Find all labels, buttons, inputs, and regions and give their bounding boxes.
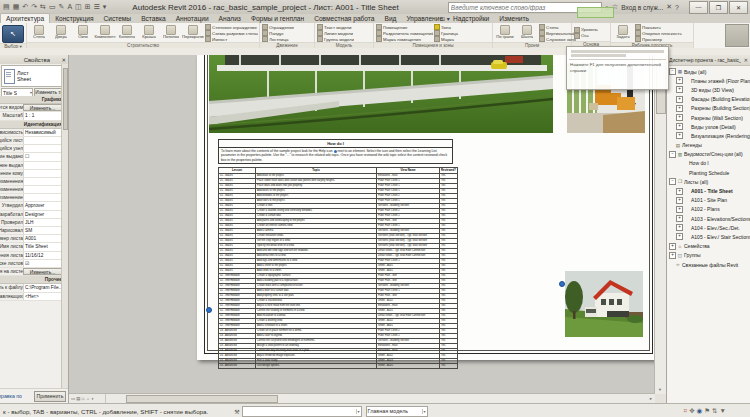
tree-expand-icon[interactable]: +: [676, 105, 683, 112]
ribbon-tab[interactable]: Анализ: [214, 14, 246, 23]
exterior-rendering-viewport[interactable]: [209, 55, 553, 133]
ribbon-tab[interactable]: Конструкция: [50, 14, 98, 23]
tree-expand-icon[interactable]: +: [676, 96, 683, 103]
tree-expand-icon[interactable]: +: [676, 123, 683, 130]
property-row[interactable]: Текущее изменение: [0, 194, 62, 202]
tree-expand-icon[interactable]: +: [669, 243, 676, 250]
help-icon[interactable]: ?: [675, 4, 679, 11]
ribbon-button[interactable]: Окно: [72, 24, 94, 42]
tree-expand-icon[interactable]: +: [676, 206, 683, 213]
tree-expand-icon[interactable]: +: [676, 215, 683, 222]
design-options-dropdown[interactable]: Главная модель ▾: [366, 406, 428, 417]
ribbon-tab[interactable]: Надстройки: [448, 14, 494, 23]
qat-icon[interactable]: ☰: [94, 2, 100, 12]
house-rendering-viewport[interactable]: [565, 271, 643, 337]
tree-item[interactable]: + Разрезы (Building Section): [667, 104, 750, 113]
property-row[interactable]: Номер листа A001: [0, 235, 62, 243]
sign-in-label[interactable]: Вход в служ...: [621, 4, 663, 11]
worksets-dropdown[interactable]: ▾: [242, 406, 362, 417]
property-row[interactable]: Текущее изменение выдано ☐: [0, 153, 62, 161]
view-control-icon[interactable]: ▭: [71, 396, 75, 401]
ribbon-tab[interactable]: Вид: [379, 14, 401, 23]
qat-icon[interactable]: ⊞: [85, 2, 91, 12]
property-row[interactable]: Разработал Designer: [0, 211, 62, 219]
ribbon-tab[interactable]: Вставка: [136, 14, 171, 23]
modify-button[interactable]: ↖: [2, 25, 24, 43]
qat-icon[interactable]: ✎: [59, 2, 65, 12]
view-control-icon[interactable]: ▤: [76, 396, 80, 401]
tree-item[interactable]: + Планы этажей (Floor Plan): [667, 76, 750, 85]
property-row[interactable]: Появление в списке листов ☑: [0, 260, 62, 268]
ribbon-button[interactable]: Дверь: [50, 24, 72, 42]
tree-expand-icon[interactable]: [676, 170, 681, 175]
property-row[interactable]: Дата текущего изменения: [0, 178, 62, 186]
tree-item[interactable]: + 3D виды (3D View): [667, 85, 750, 94]
tree-item[interactable]: + Фасады (Building Elevation): [667, 95, 750, 104]
a360-icon[interactable]: ✕: [666, 3, 672, 11]
property-row[interactable]: Описание текущего изменения: [0, 186, 62, 194]
tree-item[interactable]: − Листы (all): [667, 177, 750, 186]
status-icon[interactable]: ⇅: [712, 407, 717, 415]
ribbon-tab[interactable]: Формы и генплан: [246, 14, 309, 23]
property-row[interactable]: Изменения на листе Изменить...: [0, 268, 62, 276]
palette-scrollbar[interactable]: [61, 64, 68, 389]
tree-item[interactable]: + A102 - Plans: [667, 205, 750, 214]
ribbon-button[interactable]: Задать: [612, 24, 634, 42]
qat-icon[interactable]: ⇆: [40, 2, 46, 12]
tree-expand-icon[interactable]: [669, 262, 674, 267]
property-row[interactable]: Путь к файлу C:\Program File...: [0, 284, 62, 292]
property-row[interactable]: Текущее изменение кому: [0, 170, 62, 178]
status-icon[interactable]: ✥: [689, 407, 694, 415]
tree-expand-icon[interactable]: +: [676, 233, 683, 240]
tree-item[interactable]: Легенды: [667, 141, 750, 150]
vertical-scrollbar[interactable]: ▲ ▼: [654, 55, 666, 394]
ribbon-button[interactable]: Компонент: [94, 24, 116, 42]
tree-item[interactable]: + Разрезы (Wall Section): [667, 113, 750, 122]
property-row[interactable]: Утвердил Approver: [0, 202, 62, 210]
tree-expand-icon[interactable]: +: [676, 77, 683, 84]
apply-button[interactable]: Применить: [34, 391, 66, 402]
status-icon[interactable]: ⌗: [683, 407, 687, 415]
tree-item[interactable]: + Визуализация (Rendering): [667, 131, 750, 140]
hscrollbar-thumb[interactable]: [126, 395, 278, 403]
collapsed-ribbon-panel[interactable]: [725, 24, 749, 47]
tree-expand-icon[interactable]: +: [676, 132, 683, 139]
close-icon[interactable]: ✕: [61, 57, 68, 63]
qat-icon[interactable]: ↶: [22, 2, 28, 12]
sheet-paper[interactable]: How do I To learn more about the content…: [197, 55, 657, 360]
tree-item[interactable]: Связанные файлы Revit: [667, 260, 750, 269]
ribbon-tab[interactable]: Архитектура: [0, 13, 50, 23]
properties-help-link[interactable]: Справка по: [0, 393, 22, 399]
qat-icon[interactable]: ◫: [75, 2, 82, 12]
tree-item[interactable]: + A101 - Site Plan: [667, 196, 750, 205]
view-control-icon[interactable]: ◑: [91, 396, 94, 401]
tree-expand-icon[interactable]: +: [669, 252, 676, 259]
close-icon[interactable]: ✕: [744, 57, 750, 63]
property-row[interactable]: Определяется видом Изменить...: [0, 104, 62, 112]
drawing-area[interactable]: How do I To learn more about the content…: [69, 55, 666, 403]
tree-expand-icon[interactable]: +: [676, 224, 683, 231]
view-control-icon[interactable]: ◇: [81, 396, 84, 401]
tree-item[interactable]: + A104 - Elev./Sec./Det.: [667, 223, 750, 232]
window-control-button[interactable]: ✕: [729, 1, 748, 14]
tree-item[interactable]: How do I: [667, 159, 750, 168]
property-row[interactable]: Система направляющих <Нет>: [0, 293, 62, 301]
scroll-right-icon[interactable]: ►: [647, 394, 655, 403]
property-row[interactable]: Идентификация: [0, 121, 62, 129]
qat-icon[interactable]: A: [67, 2, 72, 12]
property-row[interactable]: Ссылающийся лист: [0, 137, 62, 145]
tree-item[interactable]: + A103 - Elevations/Sections: [667, 214, 750, 223]
type-selector[interactable]: Лист Sheet ▾: [1, 65, 67, 87]
property-row[interactable]: Прочее: [0, 276, 62, 284]
property-row[interactable]: Зависимость Независимый: [0, 129, 62, 137]
ribbon-tab[interactable]: Системы: [98, 14, 136, 23]
ribbon-button[interactable]: Колонна: [116, 24, 138, 42]
qat-icon[interactable]: ▤: [3, 2, 10, 12]
qat-icon[interactable]: ▭: [49, 2, 56, 12]
tree-expand-icon[interactable]: −: [669, 151, 676, 158]
property-row[interactable]: Текущее изменение выдал: [0, 162, 62, 170]
ribbon-tab[interactable]: Совместная работа: [309, 14, 379, 23]
property-row[interactable]: Масштаб 1 : 1: [0, 112, 62, 120]
ribbon-button[interactable]: Крыша: [138, 24, 160, 42]
tree-expand-icon[interactable]: [669, 143, 674, 148]
